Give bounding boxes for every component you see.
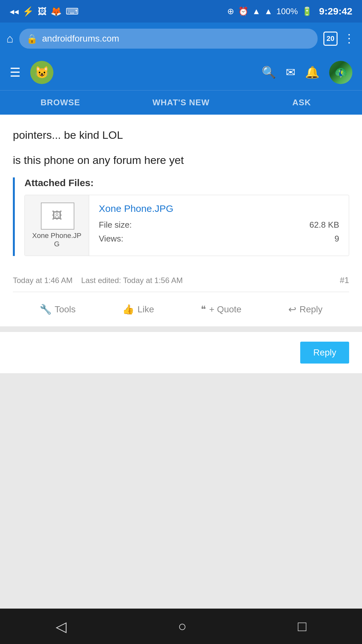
attachment-views-row: Views: 9 [99, 234, 339, 244]
back-button[interactable]: ◁ [56, 618, 67, 635]
bell-icon[interactable]: 🔔 [305, 66, 320, 79]
attachment-filesize-row: File size: 62.8 KB [99, 220, 339, 230]
app-nav-bar: ☰ 😺 🔍 ✉ 🔔 🦚 [0, 55, 362, 90]
views-label: Views: [99, 234, 123, 244]
tab-ask[interactable]: ASK [241, 90, 362, 115]
battery-text: 100% [276, 6, 298, 16]
thumb-image [41, 203, 73, 228]
gps-icon: ⊕ [227, 6, 234, 16]
url-bar[interactable]: 🔒 androidforums.com [19, 29, 318, 49]
hamburger-menu-icon[interactable]: ☰ [10, 65, 21, 80]
image-icon: 🖼 [38, 6, 47, 17]
battery-icon: 🔋 [302, 6, 312, 16]
app-logo: 😺 [30, 61, 53, 84]
tools-icon: 🔧 [40, 304, 51, 315]
lightning-icon: ⚡ [23, 6, 34, 17]
quote-label: + Quote [209, 304, 241, 315]
post-card: pointers... be kind LOL is this phone on… [0, 115, 362, 327]
browser-bar: ⌂ 🔒 androidforums.com 20 ⋮ [0, 23, 362, 55]
like-label: Like [137, 304, 154, 315]
attachment-link[interactable]: Xone Phone.JPG [99, 203, 339, 214]
firefox-icon: 🦊 [51, 6, 62, 17]
wifi-icon: ▲ [252, 6, 261, 16]
browser-home-icon[interactable]: ⌂ [6, 32, 14, 45]
tab-whats-new[interactable]: WHAT'S NEW [121, 90, 241, 115]
user-avatar[interactable]: 🦚 [329, 61, 352, 84]
status-time: 9:29:42 [319, 6, 352, 17]
status-icons-right: ⊕ ⏰ ▲ ▲ 100% 🔋 9:29:42 [227, 6, 352, 17]
tab-nav: BROWSE WHAT'S NEW ASK [0, 90, 362, 115]
keyboard-icon: ⌨ [66, 6, 79, 17]
signal-icon: ▲ [264, 6, 273, 16]
tools-label: Tools [55, 304, 76, 315]
attachment-info: Xone Phone.JPG File size: 62.8 KB Views:… [89, 195, 349, 256]
post-text-2: is this phone on any forum here yet [13, 153, 349, 168]
browser-more-icon[interactable]: ⋮ [343, 32, 356, 45]
status-icons-left: ◂◂ ⚡ 🖼 🦊 ⌨ [10, 6, 79, 17]
post-footer-meta: Today at 1:46 AM Last edited: Today at 1… [13, 266, 349, 292]
post-number: #1 [340, 275, 349, 285]
tab-count-badge[interactable]: 20 [323, 32, 338, 46]
search-icon[interactable]: 🔍 [262, 66, 276, 79]
like-icon: 👍 [122, 304, 134, 315]
back-arrow-status-icon: ◂◂ [10, 6, 19, 17]
reply-icon: ↩ [288, 304, 296, 315]
tools-button[interactable]: 🔧 Tools [34, 301, 81, 317]
filesize-value: 62.8 KB [309, 220, 339, 230]
recent-apps-button[interactable]: □ [298, 618, 306, 634]
post-card-partial: Reply [0, 332, 362, 373]
status-bar: ◂◂ ⚡ 🖼 🦊 ⌨ ⊕ ⏰ ▲ ▲ 100% 🔋 9:29:42 [0, 0, 362, 23]
quote-icon: ❝ [201, 304, 206, 315]
nav-icons-right: 🔍 ✉ 🔔 🦚 [262, 61, 352, 84]
action-bar: 🔧 Tools 👍 Like ❝ + Quote ↩ Reply [13, 292, 349, 327]
tab-browse[interactable]: BROWSE [0, 90, 121, 115]
mail-icon[interactable]: ✉ [286, 66, 295, 79]
url-text: androidforums.com [42, 33, 119, 44]
attachment-thumbnail[interactable]: Xone Phone.JPG [25, 195, 89, 256]
attached-files-label: Attached Files: [24, 177, 349, 188]
views-value: 9 [335, 234, 339, 244]
quoted-block: Attached Files: Xone Phone.JPG Xone Phon… [13, 177, 349, 256]
reply-label: Reply [300, 304, 323, 315]
content-area: pointers... be kind LOL is this phone on… [0, 115, 362, 373]
reply-button[interactable]: ↩ Reply [283, 301, 328, 317]
post-text-1: pointers... be kind LOL [13, 128, 349, 143]
thumb-filename: Xone Phone.JPG [31, 232, 82, 248]
alarm-icon: ⏰ [238, 6, 248, 16]
attachment-row: Xone Phone.JPG Xone Phone.JPG File size:… [24, 195, 349, 256]
home-button[interactable]: ○ [178, 618, 187, 634]
bottom-nav: ◁ ○ □ [0, 609, 362, 644]
like-button[interactable]: 👍 Like [117, 301, 159, 317]
post-timestamp: Today at 1:46 AM Last edited: Today at 1… [13, 276, 183, 285]
quote-button[interactable]: ❝ + Quote [196, 301, 246, 317]
filesize-label: File size: [99, 220, 132, 230]
lock-icon: 🔒 [26, 33, 38, 44]
logo-emoji: 😺 [35, 66, 49, 79]
reply-blue-button[interactable]: Reply [300, 342, 349, 364]
